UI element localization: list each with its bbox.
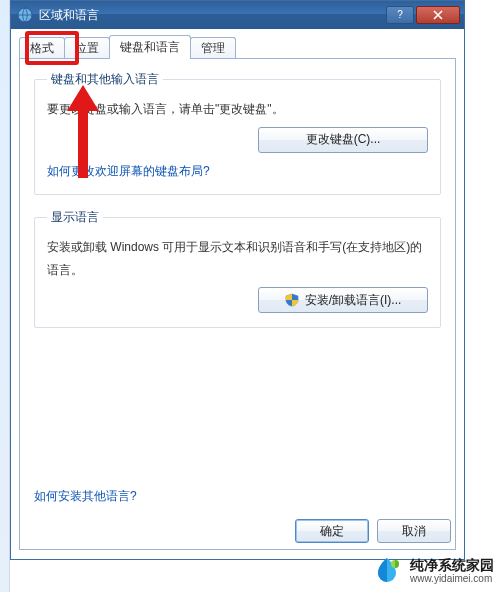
close-icon	[433, 10, 443, 20]
tab-location[interactable]: 位置	[64, 37, 110, 59]
button-label: 安装/卸载语言(I)...	[305, 292, 402, 309]
watermark-name: 纯净系统家园	[410, 557, 494, 574]
globe-icon	[17, 7, 33, 23]
button-label: 更改键盘(C)...	[306, 131, 381, 148]
tab-label: 格式	[30, 40, 54, 57]
titlebar[interactable]: 区域和语言 ?	[11, 1, 464, 29]
close-button[interactable]	[416, 6, 460, 24]
tab-panel-keyboard-language: 键盘和其他输入语言 要更改键盘或输入语言，请单击"更改键盘"。 更改键盘(C).…	[19, 58, 456, 550]
tab-format[interactable]: 格式	[19, 37, 65, 59]
change-keyboard-button[interactable]: 更改键盘(C)...	[258, 127, 428, 153]
tab-admin[interactable]: 管理	[190, 37, 236, 59]
tab-label: 位置	[75, 40, 99, 57]
group-display-language: 显示语言 安装或卸载 Windows 可用于显示文本和识别语音和手写(在支持地区…	[34, 209, 441, 329]
tab-strip: 格式 位置 键盘和语言 管理	[19, 35, 456, 59]
tab-keyboard-language[interactable]: 键盘和语言	[109, 35, 191, 59]
watermark: 纯净系统家园 www.yidaimei.com	[372, 556, 494, 586]
button-label: 确定	[320, 524, 344, 538]
how-install-other-languages-link[interactable]: 如何安装其他语言?	[34, 489, 137, 503]
install-uninstall-language-button[interactable]: 安装/卸载语言(I)...	[258, 287, 428, 313]
cancel-button[interactable]: 取消	[377, 519, 451, 543]
region-language-window: 区域和语言 ? 格式 位置 键盘和语言 管理 键盘和其他输入语言 要更改键盘或输…	[10, 0, 465, 560]
watermark-url: www.yidaimei.com	[410, 573, 494, 585]
help-button[interactable]: ?	[386, 6, 414, 24]
uac-shield-icon	[285, 293, 299, 307]
group-legend: 键盘和其他输入语言	[47, 71, 163, 88]
welcome-screen-layout-link[interactable]: 如何更改欢迎屏幕的键盘布局?	[47, 164, 210, 178]
keyboard-desc: 要更改键盘或输入语言，请单击"更改键盘"。	[47, 98, 428, 121]
display-lang-desc: 安装或卸载 Windows 可用于显示文本和识别语音和手写(在支持地区)的语言。	[47, 236, 428, 282]
client-area: 格式 位置 键盘和语言 管理 键盘和其他输入语言 要更改键盘或输入语言，请单击"…	[11, 29, 464, 559]
window-title: 区域和语言	[39, 7, 99, 24]
watermark-logo-icon	[372, 556, 402, 586]
tab-label: 键盘和语言	[120, 39, 180, 56]
group-keyboard-input: 键盘和其他输入语言 要更改键盘或输入语言，请单击"更改键盘"。 更改键盘(C).…	[34, 71, 441, 195]
ok-button[interactable]: 确定	[295, 519, 369, 543]
dialog-button-row: 确定 取消	[295, 519, 451, 543]
button-label: 取消	[402, 524, 426, 538]
tab-label: 管理	[201, 40, 225, 57]
bottom-link-area: 如何安装其他语言?	[34, 488, 137, 505]
page-background-strip	[0, 0, 10, 592]
group-legend: 显示语言	[47, 209, 103, 226]
